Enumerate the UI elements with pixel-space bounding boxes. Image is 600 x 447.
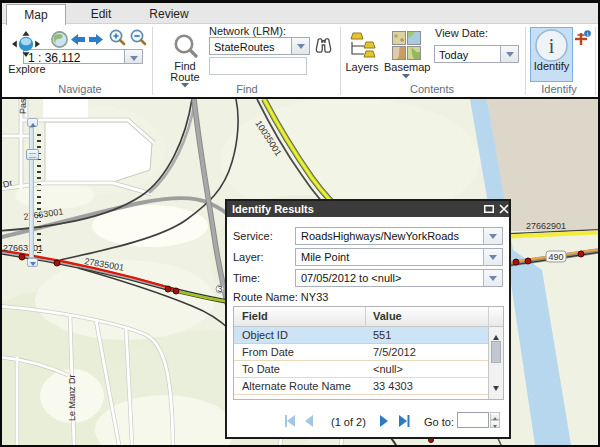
svg-text:3: 3 xyxy=(217,284,222,294)
svg-text:Le Manz Dr: Le Manz Dr xyxy=(67,374,77,421)
svg-text:i: i xyxy=(549,35,555,57)
svg-text:490: 490 xyxy=(548,252,563,262)
svg-text:27662901: 27662901 xyxy=(526,221,566,231)
svg-text:Pas: Pas xyxy=(18,99,28,114)
